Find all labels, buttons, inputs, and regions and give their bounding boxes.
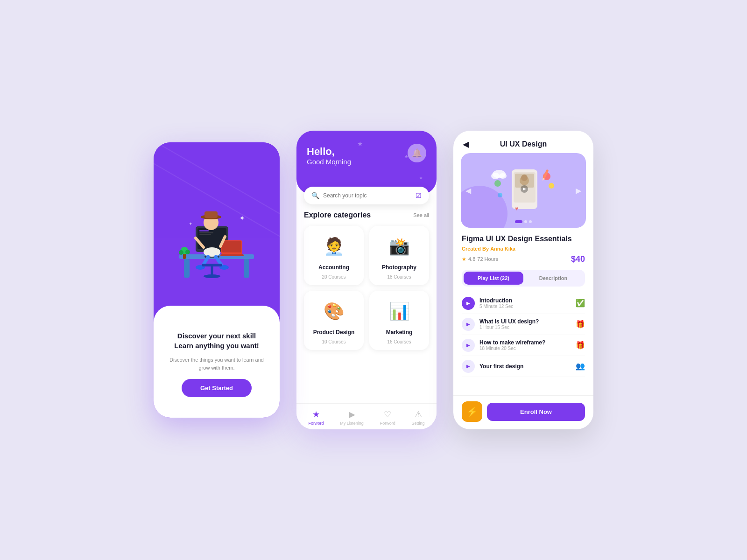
course-author: Created By Anna Kika	[462, 246, 585, 252]
setting-icon: ⚠	[415, 409, 422, 420]
search-input[interactable]	[323, 192, 412, 199]
screen1-onboarding: ✦ ✦ Discover your next skill Learn anyth…	[154, 142, 280, 418]
bell-icon[interactable]: 🔔	[408, 144, 426, 162]
section-header: Explore categories See all	[304, 211, 429, 219]
svg-rect-7	[199, 230, 209, 231]
svg-text:✦: ✦	[239, 214, 245, 222]
onboarding-illustration: ✦ ✦	[170, 184, 263, 287]
screen3-topbar: ◀ UI UX Design	[453, 131, 593, 153]
photography-count: 18 Courses	[387, 274, 411, 280]
dot-2	[524, 220, 527, 223]
hours-value: 72 Hours	[477, 256, 498, 262]
enroll-button[interactable]: Enroll Now	[487, 403, 585, 421]
nav-forword[interactable]: ★ Forword	[308, 409, 324, 426]
photography-icon: 📸	[385, 232, 413, 260]
playlist-item-3[interactable]: ▶ How to make wireframe? 18 Minute 20 Se…	[462, 335, 585, 356]
product-design-icon: 🎨	[320, 297, 348, 325]
accounting-name: Accounting	[318, 264, 349, 271]
playlist-duration-1: 5 Minute 12 Sec	[479, 304, 571, 309]
star-decoration-1: ★	[357, 140, 363, 147]
play-button-2[interactable]: ▶	[462, 318, 475, 331]
category-card-accounting[interactable]: 🧑‍💼 Accounting 20 Courses	[304, 226, 364, 285]
svg-rect-16	[204, 211, 218, 218]
category-card-photography[interactable]: 📸 Photography 18 Courses	[369, 226, 429, 285]
playlist-item-4[interactable]: ▶ Your first design 👥	[462, 356, 585, 377]
description-tab[interactable]: Description	[523, 272, 583, 285]
marketing-icon: 📊	[385, 297, 413, 325]
svg-point-25	[204, 274, 220, 278]
my-listening-label: My Listening	[340, 421, 364, 426]
marketing-count: 16 Courses	[387, 339, 411, 344]
svg-point-41	[549, 183, 554, 189]
forward2-label: Forword	[380, 421, 395, 426]
screens-container: ✦ ✦ Discover your next skill Learn anyth…	[135, 103, 612, 457]
play-button-3[interactable]: ▶	[462, 339, 475, 352]
screen3-body: Figma UI UX Design Essentials Created By…	[453, 228, 593, 395]
get-started-button[interactable]: Get Started	[182, 379, 252, 397]
star-decoration-4: ★	[334, 163, 337, 168]
playlist-info-3: How to make wireframe? 18 Minute 20 Sec	[479, 339, 571, 351]
screen3-footer: ⚡ Enroll Now	[453, 395, 593, 429]
course-meta: ★ 4.8 72 Hours $40	[462, 254, 585, 264]
marketing-name: Marketing	[386, 329, 413, 336]
product-design-name: Product Design	[313, 329, 355, 336]
playlist-info-1: Intodruction 5 Minute 12 Sec	[479, 297, 571, 309]
lightning-button[interactable]: ⚡	[462, 401, 482, 422]
playlist-item-2[interactable]: ▶ What is UI UX design? 1 Hour 15 Sec 🎁	[462, 314, 585, 335]
playlist-name-2: What is UI UX design?	[479, 318, 571, 325]
svg-point-48	[499, 173, 507, 179]
nav-setting[interactable]: ⚠ Setting	[412, 409, 425, 426]
screen3-course-detail: ◀ UI UX Design ♥	[453, 131, 593, 429]
course-price: $40	[571, 254, 585, 264]
screen1-bottom: Discover your next skill Learn anything …	[154, 306, 280, 418]
svg-rect-9	[199, 234, 211, 235]
svg-text:♥: ♥	[515, 205, 518, 212]
playlist-tab[interactable]: Play List (22)	[464, 272, 523, 285]
nav-my-listening[interactable]: ▶ My Listening	[340, 409, 364, 426]
play-button-1[interactable]: ▶	[462, 297, 475, 310]
star-decoration-2: ★	[404, 154, 409, 159]
playlist-name-3: How to make wireframe?	[479, 339, 571, 346]
screen1-top: ✦ ✦	[154, 142, 280, 315]
search-wrapper: 🔍 ☑	[304, 187, 429, 204]
play-button-4[interactable]: ▶	[462, 360, 475, 373]
search-bar[interactable]: 🔍 ☑	[304, 187, 429, 204]
banner-next-arrow[interactable]: ▶	[576, 186, 581, 195]
playlist-badge-2: 🎁	[576, 320, 585, 329]
screen2-header: Hello, Good Morning 🔔 ★ ★ ★ ★ 🔍 ☑	[296, 131, 437, 194]
back-button[interactable]: ◀	[463, 139, 469, 149]
svg-point-42	[494, 180, 501, 187]
category-card-product-design[interactable]: 🎨 Product Design 10 Courses	[304, 291, 364, 350]
author-name: Anna Kika	[490, 246, 515, 252]
rating-section: ★ 4.8 72 Hours	[462, 256, 498, 262]
svg-point-28	[179, 250, 183, 255]
setting-label: Setting	[412, 421, 425, 426]
banner-prev-arrow[interactable]: ◀	[465, 186, 471, 195]
screen3-page-title: UI UX Design	[500, 140, 547, 148]
see-all-link[interactable]: See all	[413, 212, 429, 218]
svg-rect-1	[184, 259, 190, 278]
playlist-list: ▶ Intodruction 5 Minute 12 Sec ✅ ▶ What …	[462, 293, 585, 377]
categories-grid: 🧑‍💼 Accounting 20 Courses 📸 Photography …	[304, 226, 429, 350]
lightning-icon: ⚡	[466, 406, 478, 417]
dot-1	[515, 220, 522, 223]
playlist-item-1[interactable]: ▶ Intodruction 5 Minute 12 Sec ✅	[462, 293, 585, 314]
playlist-duration-3: 18 Minute 20 Sec	[479, 346, 571, 351]
category-card-marketing[interactable]: 📊 Marketing 16 Courses	[369, 291, 429, 350]
accounting-icon: 🧑‍💼	[320, 232, 348, 260]
playlist-duration-2: 1 Hour 15 Sec	[479, 325, 571, 330]
playlist-badge-3: 🎁	[576, 341, 585, 350]
dot-3	[529, 220, 532, 223]
svg-rect-11	[222, 241, 241, 252]
playlist-name-4: Your first design	[479, 363, 571, 370]
product-design-count: 10 Courses	[322, 339, 345, 344]
star-decoration-3: ★	[419, 176, 423, 180]
my-listening-icon: ▶	[349, 409, 355, 420]
playlist-info-4: Your first design	[479, 363, 571, 370]
check-icon: ☑	[416, 192, 422, 199]
nav-forward2[interactable]: ♡ Forword	[380, 409, 395, 426]
playlist-badge-4: 👥	[576, 362, 585, 371]
section-title: Explore categories	[304, 211, 371, 219]
svg-point-13	[204, 247, 220, 257]
forward2-icon: ♡	[384, 409, 391, 420]
